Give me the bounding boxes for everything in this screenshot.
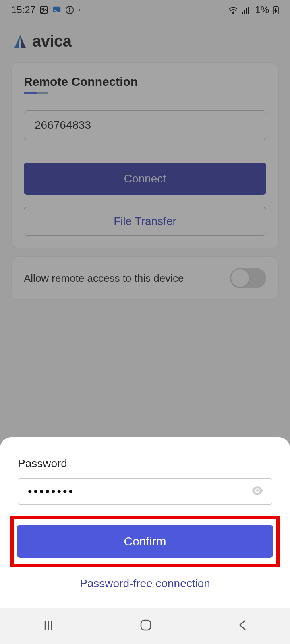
password-label: Password: [18, 457, 272, 470]
recents-button[interactable]: [42, 619, 54, 633]
confirm-button[interactable]: Confirm: [17, 525, 273, 558]
home-button[interactable]: [139, 619, 152, 633]
svg-rect-17: [141, 620, 151, 630]
eye-icon[interactable]: [251, 486, 263, 497]
system-nav-bar: [0, 608, 290, 644]
svg-point-13: [256, 489, 259, 492]
confirm-highlight: Confirm: [10, 516, 280, 567]
password-input[interactable]: [18, 478, 272, 505]
back-button[interactable]: [237, 619, 248, 633]
password-free-link[interactable]: Password-free connection: [18, 572, 272, 600]
